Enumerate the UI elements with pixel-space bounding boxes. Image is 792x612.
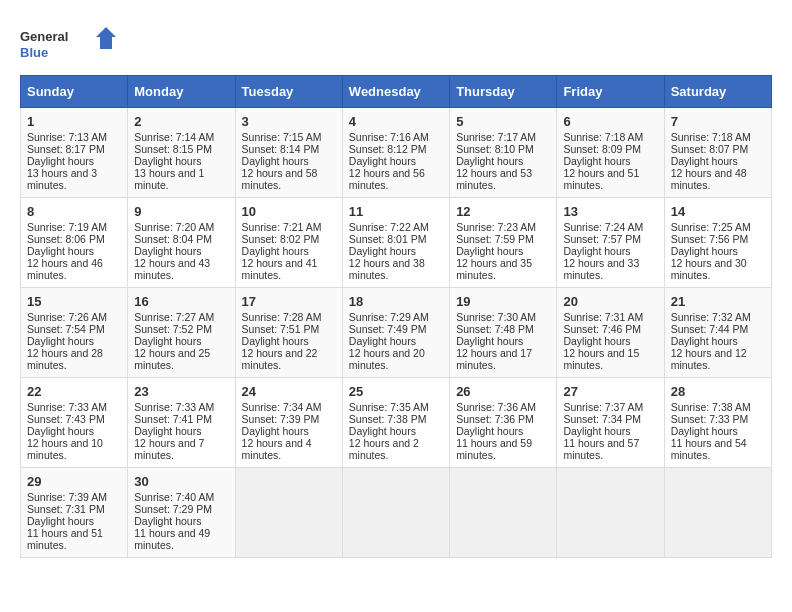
sunset-label: Sunset: 7:33 PM: [671, 413, 749, 425]
sunrise-label: Sunrise: 7:19 AM: [27, 221, 107, 233]
daylight-value: 13 hours and 3 minutes.: [27, 167, 97, 191]
sunrise-label: Sunrise: 7:36 AM: [456, 401, 536, 413]
sunset-label: Sunset: 7:43 PM: [27, 413, 105, 425]
week-row-2: 8Sunrise: 7:19 AMSunset: 8:06 PMDaylight…: [21, 198, 772, 288]
daylight-value: 11 hours and 51 minutes.: [27, 527, 103, 551]
day-number: 30: [134, 474, 228, 489]
calendar-cell: 28Sunrise: 7:38 AMSunset: 7:33 PMDayligh…: [664, 378, 771, 468]
sunset-label: Sunset: 7:34 PM: [563, 413, 641, 425]
daylight-value: 12 hours and 10 minutes.: [27, 437, 103, 461]
sunrise-label: Sunrise: 7:20 AM: [134, 221, 214, 233]
day-number: 29: [27, 474, 121, 489]
week-row-3: 15Sunrise: 7:26 AMSunset: 7:54 PMDayligh…: [21, 288, 772, 378]
daylight-label: Daylight hours: [456, 425, 523, 437]
calendar-cell: 5Sunrise: 7:17 AMSunset: 8:10 PMDaylight…: [450, 108, 557, 198]
daylight-label: Daylight hours: [27, 335, 94, 347]
calendar-cell: 23Sunrise: 7:33 AMSunset: 7:41 PMDayligh…: [128, 378, 235, 468]
day-number: 21: [671, 294, 765, 309]
week-row-1: 1Sunrise: 7:13 AMSunset: 8:17 PMDaylight…: [21, 108, 772, 198]
weekday-header-row: SundayMondayTuesdayWednesdayThursdayFrid…: [21, 76, 772, 108]
daylight-label: Daylight hours: [349, 425, 416, 437]
calendar-cell: 15Sunrise: 7:26 AMSunset: 7:54 PMDayligh…: [21, 288, 128, 378]
calendar-cell: 4Sunrise: 7:16 AMSunset: 8:12 PMDaylight…: [342, 108, 449, 198]
calendar-cell: 18Sunrise: 7:29 AMSunset: 7:49 PMDayligh…: [342, 288, 449, 378]
day-number: 16: [134, 294, 228, 309]
daylight-value: 11 hours and 54 minutes.: [671, 437, 747, 461]
daylight-value: 12 hours and 48 minutes.: [671, 167, 747, 191]
daylight-label: Daylight hours: [27, 245, 94, 257]
sunset-label: Sunset: 7:56 PM: [671, 233, 749, 245]
sunset-label: Sunset: 7:39 PM: [242, 413, 320, 425]
daylight-label: Daylight hours: [134, 425, 201, 437]
day-number: 26: [456, 384, 550, 399]
sunset-label: Sunset: 7:31 PM: [27, 503, 105, 515]
calendar-cell: [664, 468, 771, 558]
daylight-label: Daylight hours: [563, 245, 630, 257]
sunrise-label: Sunrise: 7:26 AM: [27, 311, 107, 323]
daylight-label: Daylight hours: [242, 425, 309, 437]
sunset-label: Sunset: 7:52 PM: [134, 323, 212, 335]
daylight-value: 12 hours and 51 minutes.: [563, 167, 639, 191]
daylight-value: 12 hours and 28 minutes.: [27, 347, 103, 371]
sunrise-label: Sunrise: 7:28 AM: [242, 311, 322, 323]
sunset-label: Sunset: 8:01 PM: [349, 233, 427, 245]
weekday-header-sunday: Sunday: [21, 76, 128, 108]
calendar-table: SundayMondayTuesdayWednesdayThursdayFrid…: [20, 75, 772, 558]
calendar-cell: [450, 468, 557, 558]
weekday-header-friday: Friday: [557, 76, 664, 108]
day-number: 13: [563, 204, 657, 219]
sunset-label: Sunset: 8:17 PM: [27, 143, 105, 155]
calendar-cell: [557, 468, 664, 558]
logo: General Blue: [20, 25, 120, 65]
day-number: 28: [671, 384, 765, 399]
sunrise-label: Sunrise: 7:38 AM: [671, 401, 751, 413]
daylight-value: 12 hours and 22 minutes.: [242, 347, 318, 371]
daylight-value: 12 hours and 41 minutes.: [242, 257, 318, 281]
sunrise-label: Sunrise: 7:25 AM: [671, 221, 751, 233]
day-number: 11: [349, 204, 443, 219]
daylight-label: Daylight hours: [134, 155, 201, 167]
daylight-label: Daylight hours: [671, 155, 738, 167]
sunset-label: Sunset: 8:14 PM: [242, 143, 320, 155]
calendar-cell: 14Sunrise: 7:25 AMSunset: 7:56 PMDayligh…: [664, 198, 771, 288]
calendar-cell: 24Sunrise: 7:34 AMSunset: 7:39 PMDayligh…: [235, 378, 342, 468]
sunset-label: Sunset: 7:48 PM: [456, 323, 534, 335]
daylight-label: Daylight hours: [349, 245, 416, 257]
sunset-label: Sunset: 7:51 PM: [242, 323, 320, 335]
daylight-value: 12 hours and 46 minutes.: [27, 257, 103, 281]
sunrise-label: Sunrise: 7:35 AM: [349, 401, 429, 413]
day-number: 19: [456, 294, 550, 309]
sunset-label: Sunset: 7:38 PM: [349, 413, 427, 425]
calendar-cell: [342, 468, 449, 558]
daylight-value: 13 hours and 1 minute.: [134, 167, 204, 191]
day-number: 18: [349, 294, 443, 309]
sunrise-label: Sunrise: 7:33 AM: [134, 401, 214, 413]
day-number: 8: [27, 204, 121, 219]
daylight-label: Daylight hours: [242, 335, 309, 347]
calendar-cell: 2Sunrise: 7:14 AMSunset: 8:15 PMDaylight…: [128, 108, 235, 198]
day-number: 24: [242, 384, 336, 399]
sunset-label: Sunset: 8:09 PM: [563, 143, 641, 155]
sunset-label: Sunset: 7:57 PM: [563, 233, 641, 245]
sunset-label: Sunset: 8:06 PM: [27, 233, 105, 245]
daylight-value: 12 hours and 35 minutes.: [456, 257, 532, 281]
sunset-label: Sunset: 8:04 PM: [134, 233, 212, 245]
svg-text:Blue: Blue: [20, 45, 48, 60]
sunrise-label: Sunrise: 7:34 AM: [242, 401, 322, 413]
calendar-cell: 3Sunrise: 7:15 AMSunset: 8:14 PMDaylight…: [235, 108, 342, 198]
weekday-header-tuesday: Tuesday: [235, 76, 342, 108]
sunset-label: Sunset: 8:07 PM: [671, 143, 749, 155]
day-number: 20: [563, 294, 657, 309]
sunset-label: Sunset: 8:12 PM: [349, 143, 427, 155]
sunrise-label: Sunrise: 7:16 AM: [349, 131, 429, 143]
daylight-value: 12 hours and 7 minutes.: [134, 437, 204, 461]
sunset-label: Sunset: 7:59 PM: [456, 233, 534, 245]
weekday-header-thursday: Thursday: [450, 76, 557, 108]
sunset-label: Sunset: 7:46 PM: [563, 323, 641, 335]
day-number: 12: [456, 204, 550, 219]
daylight-value: 12 hours and 30 minutes.: [671, 257, 747, 281]
sunrise-label: Sunrise: 7:15 AM: [242, 131, 322, 143]
daylight-value: 12 hours and 38 minutes.: [349, 257, 425, 281]
sunrise-label: Sunrise: 7:17 AM: [456, 131, 536, 143]
svg-text:General: General: [20, 29, 68, 44]
